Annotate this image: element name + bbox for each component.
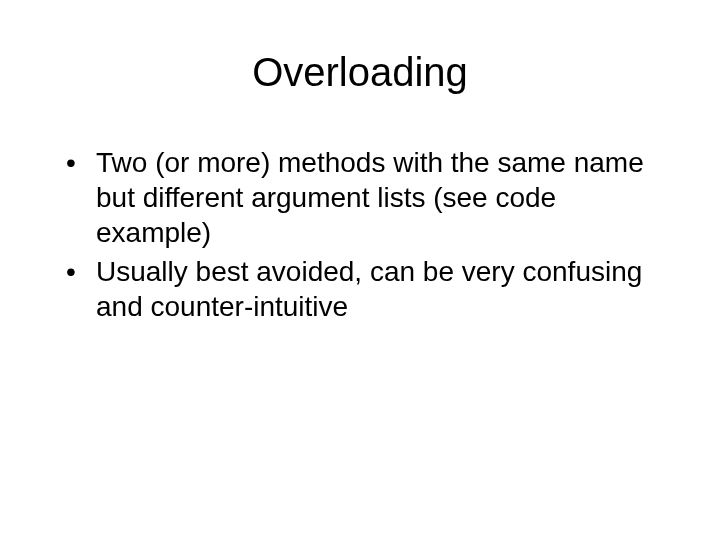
bullet-list: Two (or more) methods with the same name… bbox=[60, 145, 660, 324]
list-item: Usually best avoided, can be very confus… bbox=[60, 254, 660, 324]
slide-title: Overloading bbox=[60, 50, 660, 95]
list-item: Two (or more) methods with the same name… bbox=[60, 145, 660, 250]
